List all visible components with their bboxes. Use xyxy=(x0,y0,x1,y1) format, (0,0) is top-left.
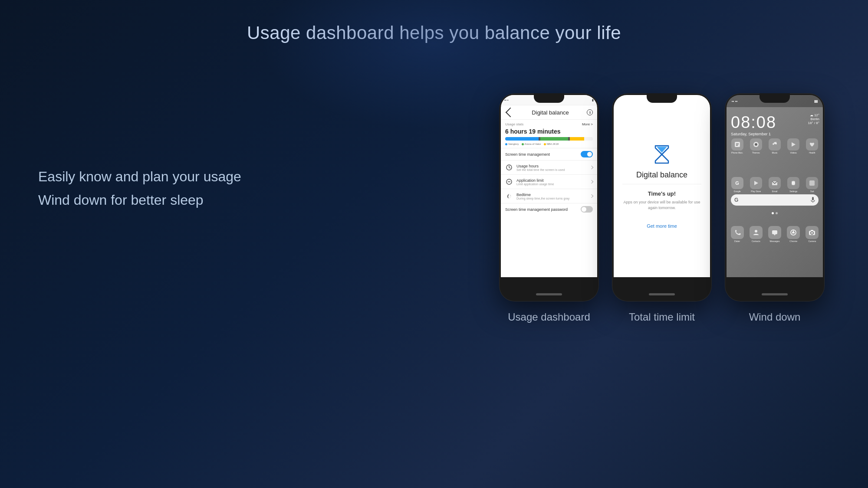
google-search-bar[interactable]: G xyxy=(731,194,819,206)
usage-hours-text: Usage hours Set the total time the scree… xyxy=(516,164,590,171)
svg-rect-21 xyxy=(809,180,815,186)
app-grid-bottom: G Google Play Store Email xyxy=(729,177,820,193)
app-limit-subtitle: Limit application usage time xyxy=(516,183,590,186)
google-logo: G xyxy=(734,197,738,203)
screen-usage-dashboard: ▪▪ ▪ 08:08 ▮ Digital balance ℹ Usage sta… xyxy=(501,95,597,277)
screen-total-time-limit: Digital balance Time's up! Apps on your … xyxy=(614,95,710,277)
search-input[interactable] xyxy=(740,197,811,203)
home-bar-2[interactable] xyxy=(649,293,675,295)
page-title: Usage dashboard helps you balance your l… xyxy=(0,0,868,52)
phone-label-total-time-limit: Total time limit xyxy=(629,311,695,323)
chevron-app-limit xyxy=(590,180,593,183)
hourglass-icon xyxy=(651,144,673,165)
app-play-store[interactable]: Play Store xyxy=(748,177,764,193)
digital-balance-title-2: Digital balance xyxy=(636,170,687,180)
legend-item-2: Arena of Valor xyxy=(522,143,541,145)
themes-icon xyxy=(750,138,762,151)
bedtime-text: Bedtime During sleep time,the screen tur… xyxy=(516,193,590,200)
dock-chrome[interactable]: Chrome xyxy=(786,226,802,242)
app-health[interactable]: Health xyxy=(804,138,820,154)
home-bar-3[interactable] xyxy=(762,293,788,295)
app-music[interactable]: Music xyxy=(766,138,783,154)
times-up-body: Apps on your device will be available fo… xyxy=(622,200,701,210)
get-more-time-link[interactable]: Get more time xyxy=(647,223,677,229)
google-icon: G xyxy=(731,177,743,189)
legend: Vainglory Arena of Valor NBA 2K18 xyxy=(505,143,593,145)
legend-name-1: Vainglory xyxy=(508,143,519,145)
phone-notch-3 xyxy=(760,93,790,103)
legend-name-2: Arena of Valor xyxy=(525,143,541,145)
phone-manager-label: Phone Man. xyxy=(731,151,743,154)
svg-point-15 xyxy=(773,143,774,145)
divider-2 xyxy=(622,184,701,184)
phone-notch-2 xyxy=(647,93,677,103)
dialer-icon xyxy=(731,226,744,239)
chrome-icon xyxy=(787,226,800,239)
phone-wrapper-usage-dashboard: ▪▪ ▪ 08:08 ▮ Digital balance ℹ Usage sta… xyxy=(499,93,599,323)
phone-usage-dashboard: ▪▪ ▪ 08:08 ▮ Digital balance ℹ Usage sta… xyxy=(499,93,599,301)
videos-label: Videos xyxy=(790,151,797,154)
weather-location: ☁ 12° xyxy=(808,113,819,117)
usage-hours-icon xyxy=(505,164,513,171)
legend-dot-2 xyxy=(522,143,524,145)
music-icon xyxy=(769,138,781,151)
dock-dialer[interactable]: Dialer xyxy=(729,226,745,242)
weather-range: 18° / 8° xyxy=(808,121,819,125)
password-toggle-section: Screen time management password xyxy=(501,203,597,215)
password-label: Screen time management password xyxy=(505,207,568,212)
battery-3: ▮▮ xyxy=(814,99,818,103)
dot-1 xyxy=(772,212,774,214)
screen-time-toggle[interactable] xyxy=(581,151,593,157)
digital-balance-title: Digital balance xyxy=(514,109,587,116)
svg-marker-26 xyxy=(774,234,776,236)
screen-time-toggle-section: Screen time management xyxy=(501,148,597,160)
app-videos[interactable]: Videos xyxy=(786,138,802,154)
svg-rect-34 xyxy=(811,230,813,231)
left-text-block: Easily know and plan your usage Wind dow… xyxy=(38,165,241,212)
app-email[interactable]: Email xyxy=(766,177,783,193)
settings-icon xyxy=(787,177,799,189)
page-dots xyxy=(727,212,823,214)
play-store-label: Play Store xyxy=(751,190,761,193)
svg-rect-10 xyxy=(735,142,740,147)
bedtime-subtitle: During sleep time,the screen turns gray xyxy=(516,197,590,200)
suit-icon xyxy=(806,177,818,189)
menu-item-bedtime[interactable]: Bedtime During sleep time,the screen tur… xyxy=(501,189,597,203)
svg-marker-17 xyxy=(792,142,796,147)
svg-line-2 xyxy=(509,167,510,168)
password-toggle[interactable] xyxy=(581,206,593,213)
svg-rect-12 xyxy=(736,145,738,146)
app-suit[interactable]: Suit xyxy=(804,177,820,193)
times-up-title: Time's up! xyxy=(648,190,676,197)
signal-icons-3: ▪▪ ▪▪ xyxy=(732,99,738,103)
app-google[interactable]: G Google xyxy=(729,177,745,193)
app-limit-text: Application limit Limit application usag… xyxy=(516,178,590,186)
phone-wind-down: ▪▪ ▪▪ 08:08 ▮▮ 08:08 Saturday, September… xyxy=(725,93,825,301)
chevron-bedtime xyxy=(590,194,593,198)
usage-stats-text: Usage stats xyxy=(505,122,523,126)
svg-point-16 xyxy=(775,143,777,144)
svg-rect-22 xyxy=(812,197,814,200)
menu-item-usage-hours[interactable]: Usage hours Set the total time the scree… xyxy=(501,160,597,174)
menu-item-app-limit[interactable]: Application limit Limit application usag… xyxy=(501,174,597,189)
dock-messages[interactable]: Messages xyxy=(766,226,783,242)
legend-name-3: NBA 2K18 xyxy=(547,143,559,145)
app-settings[interactable]: Settings xyxy=(786,177,802,193)
dock-contacts[interactable]: Contacts xyxy=(748,226,764,242)
dock-camera[interactable]: Camera xyxy=(804,226,820,242)
screen-time-label: Screen time management xyxy=(505,152,550,157)
more-link[interactable]: More > xyxy=(582,122,593,126)
clock-display: 08:08 Saturday, September 1 xyxy=(731,113,776,136)
usage-stats-section: Usage stats More > 6 hours 19 minutes xyxy=(501,120,597,148)
usage-bar xyxy=(505,137,593,141)
svg-rect-25 xyxy=(772,230,777,234)
app-themes[interactable]: Themes xyxy=(748,138,764,154)
home-bar-1[interactable] xyxy=(536,293,562,295)
info-icon[interactable]: ℹ xyxy=(587,109,593,115)
dot-2 xyxy=(776,212,778,214)
app-phone-manager[interactable]: Phone Man. xyxy=(729,138,745,154)
screen1-header: Digital balance ℹ xyxy=(501,105,597,120)
phones-container: ▪▪ ▪ 08:08 ▮ Digital balance ℹ Usage sta… xyxy=(499,93,825,323)
weather-widget: ☁ 12° Berlin 18° / 8° xyxy=(808,113,819,125)
app-limit-title: Application limit xyxy=(516,178,590,183)
